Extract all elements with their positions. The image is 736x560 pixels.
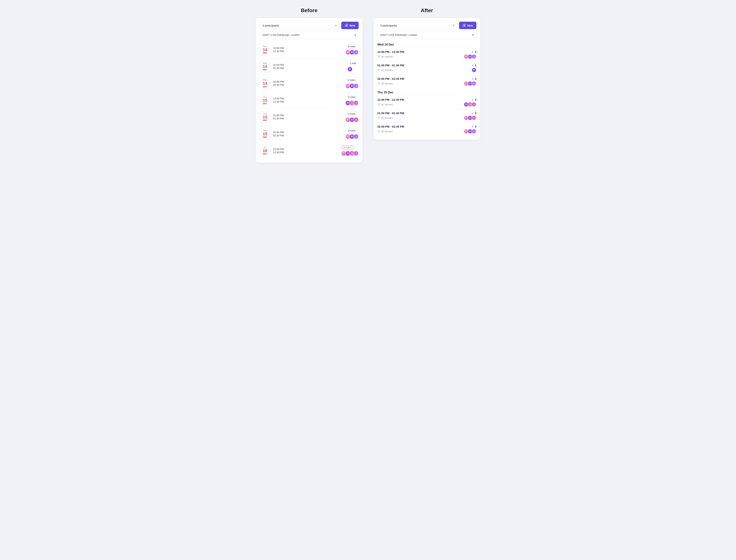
date-badge: Thu 15 DEC [259, 128, 270, 140]
time-range: 12:00 PM12:30 PM [273, 47, 287, 53]
before-participants-label: 4 participants [262, 24, 279, 27]
day-num: 14 [260, 47, 269, 52]
after-slot-row: 02:00 PM - 02:30 PM✓ 3🕐 30 minutesRBJ [378, 123, 477, 136]
votes-badge: 3 votes [345, 129, 358, 133]
before-timezone-chevron-icon: ▾ [354, 33, 356, 36]
after-plus-icon: + [463, 24, 466, 27]
day-name: Thu [260, 113, 269, 115]
date-badge: Wed 14 DEC [259, 78, 270, 89]
time-range: 12:00 PM12:30 PM [273, 148, 287, 154]
after-slot-top: 01:00 PM - 01:30 PM✓ 1 [378, 64, 477, 67]
avatar-group: RBSJ [341, 151, 358, 156]
month: DEC [260, 136, 269, 138]
before-slot-row: Wed 14 DEC 02:00 PM02:30 PM3 votesRBJ [259, 75, 358, 92]
before-panel: Before 4 participants ▾ + New (GMT+1:00)… [256, 7, 362, 163]
check-icon: ✓ [472, 125, 474, 128]
votes-avatars: 3 votesRBJ [345, 44, 358, 55]
after-avatar-group: RBJ [464, 81, 477, 86]
time-range: 01:00 PM01:30 PM [273, 114, 287, 120]
day-num: 15 [260, 98, 269, 103]
date-badge: Thu 15 DEC [259, 111, 270, 123]
avatar-group: RBJ [345, 134, 358, 139]
main-container: Before 4 participants ▾ + New (GMT+1:00)… [256, 7, 480, 163]
after-time: 02:00 PM - 02:30 PM [378, 77, 404, 80]
before-plus-icon: + [344, 24, 348, 27]
votes-avatars: 4 votesRBSJ [341, 145, 358, 156]
after-title: After [374, 7, 480, 13]
month: DEC [260, 69, 269, 71]
after-slot-top: 12:00 PM - 12:30 PM✓ 3 [378, 98, 477, 101]
after-votes: ✓ 3 [472, 77, 477, 80]
votes-badge: 4 votes [341, 145, 354, 150]
after-time: 01:00 PM - 01:30 PM [378, 112, 404, 115]
after-avatar-group: RBJ [464, 54, 477, 59]
before-participants-chevron-icon: ▾ [335, 24, 336, 27]
avatar-group: RBJ [345, 83, 358, 89]
before-slots-list: Wed 14 DEC 12:00 PM12:30 PM3 votesRBJ We… [259, 41, 358, 159]
after-card: 4 participants ▾ + New (GMT+1:00) Edinbu… [374, 18, 480, 140]
clock-icon: 🕐 [378, 130, 380, 133]
duration-label: 🕐 30 minutes [378, 69, 393, 72]
after-avatar-group: RBJ [464, 129, 477, 134]
before-new-label: New [349, 24, 355, 27]
after-avatar-group: RBS [464, 115, 477, 120]
votes-avatars: 3 votesRBS [345, 112, 358, 122]
avatar: J [353, 100, 358, 106]
after-slot-bottom: 🕐 30 minutesB [378, 68, 477, 72]
avatar: J [353, 134, 358, 139]
after-slot-row: 01:00 PM - 01:30 PM✓ 3🕐 30 minutesRBS [378, 109, 477, 123]
after-votes: ✓ 1 [472, 64, 477, 67]
after-time: 12:00 PM - 12:30 PM [378, 98, 404, 101]
avatar: J [472, 129, 477, 134]
before-slot-row: Thu 15 DEC 01:00 PM01:30 PM3 votesRBS [259, 109, 358, 125]
after-panel: After 4 participants ▾ + New (GMT+1:00) … [374, 7, 480, 163]
avatar: J [353, 151, 358, 156]
month: DEC [260, 86, 269, 88]
after-slot-row: 01:00 PM - 01:30 PM✓ 1🕐 30 minutesB [378, 61, 477, 75]
after-participants-select[interactable]: 4 participants ▾ [378, 22, 457, 29]
after-timezone-select[interactable]: (GMT+1:00) Edinburgh, London ▾ [378, 31, 477, 38]
votes-avatars: 1 voteB [347, 61, 358, 72]
day-num: 15 [260, 115, 269, 119]
before-slot-row: Wed 14 DEC 01:00 PM01:30 PM1 voteB [259, 58, 358, 75]
before-slot-row: Fri 16 DEC 12:00 PM12:30 PM4 votesRBSJ [259, 142, 358, 159]
month: DEC [260, 52, 269, 54]
votes-badge: 3 votes [345, 112, 358, 116]
after-new-button[interactable]: + New [459, 22, 477, 29]
after-slot-top: 12:00 PM - 12:30 PM✓ 3 [378, 50, 477, 53]
clock-icon: 🕐 [378, 55, 380, 58]
after-time: 12:00 PM - 12:30 PM [378, 50, 404, 53]
avatar-group: BSJ [345, 100, 358, 106]
duration-label: 🕐 30 minutes [378, 82, 393, 85]
avatar-group: B [347, 66, 352, 72]
month: DEC [260, 153, 269, 155]
avatar: J [353, 83, 358, 89]
avatar: J [472, 54, 477, 59]
before-participants-select[interactable]: 4 participants ▾ [259, 22, 339, 29]
votes-avatars: 3 votesRBJ [345, 129, 358, 139]
avatar: J [353, 50, 358, 55]
before-timezone-select[interactable]: (GMT+1:00) Edinburgh, London ▾ [259, 31, 358, 38]
avatar: B [347, 66, 352, 72]
clock-icon: 🕐 [378, 69, 380, 71]
clock-icon: 🕐 [378, 103, 380, 106]
after-votes: ✓ 3 [472, 98, 477, 101]
after-slot-bottom: 🕐 30 minutesRBJ [378, 54, 477, 59]
after-timezone-label: (GMT+1:00) Edinburgh, London [380, 33, 417, 36]
after-groups-list: Wed 14 Dec12:00 PM - 12:30 PM✓ 3🕐 30 min… [378, 41, 477, 136]
time-range: 01:00 PM01:30 PM [273, 64, 287, 69]
date-badge: Wed 14 DEC [259, 44, 270, 55]
duration-label: 🕐 30 minutes [378, 55, 393, 58]
date-badge: Fri 16 DEC [259, 145, 270, 156]
before-card: 4 participants ▾ + New (GMT+1:00) Edinbu… [256, 18, 362, 163]
avatar: S [353, 117, 358, 122]
after-slot-bottom: 🕐 30 minutesRBJ [378, 81, 477, 86]
avatar: J [472, 81, 477, 86]
date-group-header: Thu 15 Dec [378, 89, 477, 96]
before-new-button[interactable]: + New [341, 22, 358, 29]
before-timezone-label: (GMT+1:00) Edinburgh, London [262, 33, 299, 36]
after-slot-row: 12:00 PM - 12:30 PM✓ 3🕐 30 minutesBSJ [378, 96, 477, 109]
after-slot-row: 02:00 PM - 02:30 PM✓ 3🕐 30 minutesRBJ [378, 75, 477, 88]
after-votes: ✓ 3 [472, 50, 477, 53]
after-avatar-group: BSJ [464, 102, 477, 107]
